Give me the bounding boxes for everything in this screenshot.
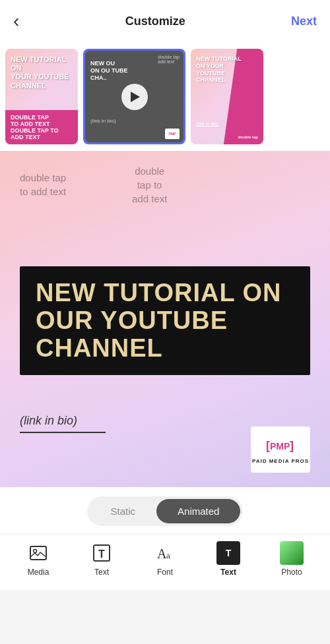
preview-logo-text: PAID MEDIA PROS [252,458,309,464]
text-box-icon: T [216,541,240,565]
text-border-label: Text [94,568,109,577]
template-card-3[interactable]: NEW TUTORIALON YOURYOUTUBECHANNEL (link … [191,49,263,144]
text-box-toolbar-label: Text [220,568,236,577]
preview-headline: NEW TUTORIAL ON OUR YOUTUBE CHANNEL [36,279,294,362]
preview-double-tap-1[interactable]: double tapto add text [20,171,66,198]
font-icon: A a [153,541,177,565]
svg-point-5 [34,550,37,553]
bottom-toolbar: Media T Text A a Font [0,534,330,590]
preview-black-box: NEW TUTORIAL ON OUR YOUTUBE CHANNEL [20,266,310,375]
preview-link-underline [20,432,106,433]
template-strip: NEW TUTORIAL ONYOUR YOUTUBECHANNEL PMP d… [0,42,330,151]
svg-text:T: T [98,548,105,560]
header: ‹ Customize Next [0,0,330,42]
preview-link[interactable]: (link in bio) [20,414,77,428]
svg-text:a: a [166,550,170,560]
preview-double-tap-2[interactable]: doubletap toadd text [132,164,167,206]
card3-headline: NEW TUTORIALON YOURYOUTUBECHANNEL [196,55,242,84]
static-toggle[interactable]: Static [90,499,157,523]
card2-headline: NEW OUON OU TUBECHA.. [90,60,128,81]
card2-logo: PMP [165,129,180,139]
back-button[interactable]: ‹ [13,11,19,32]
toolbar-item-text[interactable]: T Text [82,541,121,577]
template-card-1[interactable]: NEW TUTORIAL ONYOUR YOUTUBECHANNEL PMP d… [5,49,78,144]
card1-headline: NEW TUTORIAL ONYOUR YOUTUBECHANNEL [11,55,78,90]
card2-overlay: double tapadd text [158,55,180,64]
toolbar-item-text-box[interactable]: T Text [209,541,248,577]
preview-area: double tapto add text doubletap toadd te… [0,151,330,487]
card1-bottom-bar: double tapto add textdouble tap to add t… [5,110,78,144]
bottom-section: Static Animated Media T [0,487,330,590]
card2-link: (link in bio) [90,118,116,124]
next-button[interactable]: Next [291,15,317,28]
play-triangle-icon [131,92,140,102]
toolbar-item-media[interactable]: Media [18,541,58,577]
svg-rect-4 [30,546,46,560]
font-label: Font [157,568,173,577]
text-box-label-inner: T [226,548,232,558]
toolbar-item-font[interactable]: A a Font [145,541,185,577]
toggle-container: Static Animated [0,496,330,526]
photo-icon [280,541,304,565]
svg-text:]: ] [290,439,294,452]
card1-bottom-text: double tapto add textdouble tap to add t… [11,114,73,140]
page-title: Customize [125,15,185,28]
play-button[interactable] [121,84,148,110]
toolbar-item-photo[interactable]: Photo [272,541,312,577]
preview-logo-icon: [ PMP ] [265,435,296,457]
svg-text:PMP: PMP [270,441,290,452]
pmp-logo-svg: [ PMP ] [265,435,296,455]
template-card-2[interactable]: double tapadd text NEW OUON OU TUBECHA..… [83,49,185,144]
toggle-pill: Static Animated [87,496,244,526]
media-label: Media [28,568,50,577]
text-border-icon: T [90,541,114,565]
preview-logo: [ PMP ] PAID MEDIA PROS [251,426,310,473]
media-icon [26,541,50,565]
card3-double-tap: double tap [238,135,258,139]
svg-text:A: A [157,546,167,561]
card3-link: (link in bio) [196,121,218,126]
animated-toggle[interactable]: Animated [156,499,240,523]
photo-label: Photo [281,568,302,577]
